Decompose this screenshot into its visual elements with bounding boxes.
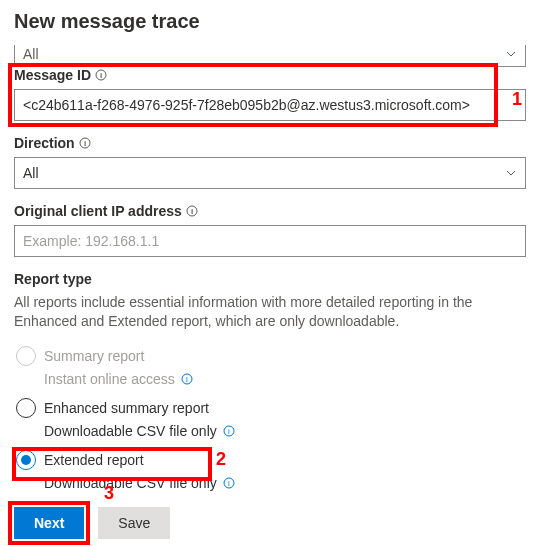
page-title: New message trace xyxy=(14,10,526,33)
message-id-input[interactable] xyxy=(14,89,526,121)
message-id-label: Message ID i xyxy=(14,67,526,83)
info-icon[interactable]: i xyxy=(181,373,193,385)
radio-label: Summary report xyxy=(44,348,144,364)
save-button[interactable]: Save xyxy=(98,507,170,539)
radio-extended-sub: Downloadable CSV file only i xyxy=(44,473,526,493)
svg-text:i: i xyxy=(84,139,86,148)
annotation-1: 1 xyxy=(512,89,522,110)
radio-label: Extended report xyxy=(44,452,144,468)
direction-label: Direction i xyxy=(14,135,526,151)
radio-enhanced-sub: Downloadable CSV file only i xyxy=(44,421,526,441)
svg-text:i: i xyxy=(100,71,102,80)
radio-icon xyxy=(16,398,36,418)
radio-extended[interactable]: Extended report xyxy=(16,449,526,471)
radio-label: Enhanced summary report xyxy=(44,400,209,416)
top-filter-value: All xyxy=(23,46,39,62)
info-icon[interactable]: i xyxy=(223,425,235,437)
info-icon[interactable]: i xyxy=(186,205,198,217)
top-filter-select[interactable]: All xyxy=(14,45,526,67)
client-ip-input[interactable] xyxy=(14,225,526,257)
direction-select[interactable]: All xyxy=(14,157,526,189)
chevron-down-icon xyxy=(505,167,517,179)
radio-enhanced[interactable]: Enhanced summary report xyxy=(16,397,526,419)
info-icon[interactable]: i xyxy=(223,477,235,489)
annotation-2: 2 xyxy=(216,449,226,470)
direction-value: All xyxy=(23,165,39,181)
radio-summary-sub: Instant online access i xyxy=(44,369,526,389)
svg-text:i: i xyxy=(228,479,230,488)
report-type-label: Report type xyxy=(14,271,526,287)
annotation-3: 3 xyxy=(104,483,114,504)
radio-icon xyxy=(16,450,36,470)
radio-summary: Summary report xyxy=(16,345,526,367)
svg-text:i: i xyxy=(191,207,193,216)
chevron-down-icon xyxy=(505,48,517,60)
client-ip-label: Original client IP address i xyxy=(14,203,526,219)
svg-text:i: i xyxy=(228,427,230,436)
info-icon[interactable]: i xyxy=(95,69,107,81)
radio-icon xyxy=(16,346,36,366)
info-icon[interactable]: i xyxy=(79,137,91,149)
svg-text:i: i xyxy=(186,375,188,384)
report-type-desc: All reports include essential informatio… xyxy=(14,293,526,331)
next-button[interactable]: Next xyxy=(14,507,84,539)
